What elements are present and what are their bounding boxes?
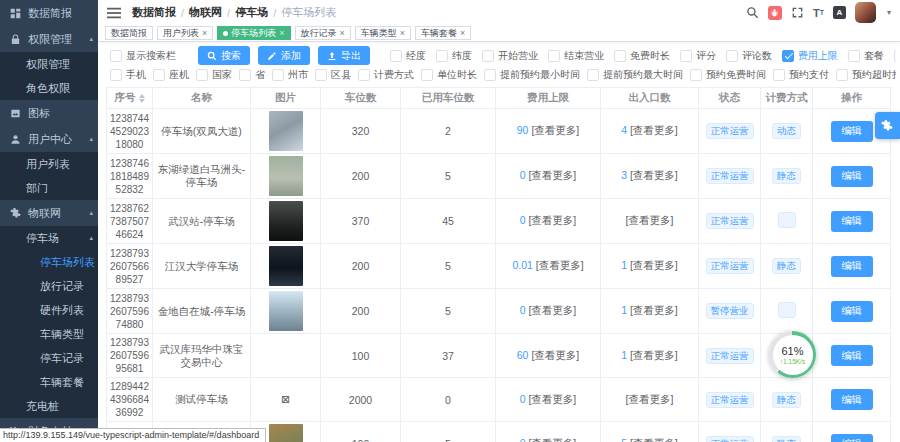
sort-desc-icon[interactable] xyxy=(139,99,145,103)
edit-button[interactable]: 编辑 xyxy=(831,389,873,410)
sidebar-item-用户列表[interactable]: 用户列表 xyxy=(0,152,98,176)
filter-checkbox-区县[interactable]: 区县 xyxy=(315,68,351,82)
filter-checkbox-纬度[interactable]: 纬度 xyxy=(436,49,472,63)
sort-asc-icon[interactable] xyxy=(139,94,145,98)
sidebar-item-物联网[interactable]: 物联网▴ xyxy=(0,200,98,226)
filter-checkbox-开始营业[interactable]: 开始营业 xyxy=(482,49,538,63)
filter-checkbox-提前预约最大时间[interactable]: 提前预约最大时间 xyxy=(587,68,683,82)
breadcrumb-item[interactable]: 数据简报 xyxy=(132,5,176,20)
sidebar-item-图标[interactable]: 图标 xyxy=(0,100,98,126)
view-more-link[interactable]: [查看更多] xyxy=(528,393,576,405)
view-more-link[interactable]: [查看更多] xyxy=(536,259,584,271)
close-icon[interactable]: × xyxy=(279,29,284,38)
column-header-车位数[interactable]: 车位数 xyxy=(321,88,401,109)
edit-button[interactable]: 编辑 xyxy=(831,345,873,366)
edit-button[interactable]: 编辑 xyxy=(831,256,873,277)
column-header-出入口数[interactable]: 出入口数 xyxy=(601,88,699,109)
filter-checkbox-预约免费时间[interactable]: 预约免费时间 xyxy=(690,68,766,82)
filter-checkbox-预约超时扣费[interactable]: 预约超时扣费 xyxy=(836,68,896,82)
size-select-icon[interactable]: TT xyxy=(813,7,824,19)
导出-button[interactable]: 导出 xyxy=(318,46,370,65)
search-icon[interactable] xyxy=(746,6,759,19)
view-more-link[interactable]: [查看更多] xyxy=(528,214,576,226)
fullscreen-icon[interactable] xyxy=(791,6,804,19)
column-header-已用车位数[interactable]: 已用车位数 xyxy=(401,88,496,109)
thumbnail-image[interactable] xyxy=(269,246,303,286)
close-icon[interactable]: × xyxy=(340,29,345,38)
sidebar-item-硬件列表[interactable]: 硬件列表 xyxy=(0,298,98,322)
filter-checkbox-评分[interactable]: 评分 xyxy=(680,49,716,63)
filter-checkbox-州市[interactable]: 州市 xyxy=(272,68,308,82)
view-more-link[interactable]: [查看更多] xyxy=(630,124,678,136)
filter-checkbox-手机[interactable]: 手机 xyxy=(110,68,146,82)
view-more-link[interactable]: [查看更多] xyxy=(528,169,576,181)
filter-checkbox-经度[interactable]: 经度 xyxy=(390,49,426,63)
view-more-link[interactable]: [查看更多] xyxy=(630,437,678,442)
view-more-link[interactable]: [查看更多] xyxy=(626,393,674,405)
thumbnail-image[interactable] xyxy=(269,156,303,196)
filter-checkbox-提前预约最小时间[interactable]: 提前预约最小时间 xyxy=(484,68,580,82)
show-search-bar-checkbox[interactable]: 显示搜索栏 xyxy=(110,49,176,63)
sidebar-item-车辆套餐[interactable]: 车辆套餐 xyxy=(0,370,98,394)
sidebar-item-权限管理[interactable]: 权限管理 xyxy=(0,52,98,76)
view-more-link[interactable]: [查看更多] xyxy=(626,214,674,226)
filter-checkbox-免费时长[interactable]: 免费时长 xyxy=(614,49,670,63)
sidebar-item-角色权限[interactable]: 角色权限 xyxy=(0,76,98,100)
sidebar-item-车辆类型[interactable]: 车辆类型 xyxy=(0,322,98,346)
thumbnail-image[interactable] xyxy=(269,201,303,241)
sidebar-item-数据简报[interactable]: 数据简报 xyxy=(0,0,98,26)
sidebar-item-停车记录[interactable]: 停车记录 xyxy=(0,346,98,370)
error-log-icon[interactable] xyxy=(768,6,782,20)
filter-checkbox-评论数[interactable]: 评论数 xyxy=(726,49,772,63)
column-header-名称[interactable]: 名称 xyxy=(153,88,251,109)
view-more-link[interactable]: [查看更多] xyxy=(630,259,678,271)
搜索-button[interactable]: 搜索 xyxy=(198,46,250,65)
view-more-link[interactable]: [查看更多] xyxy=(630,349,678,361)
filter-checkbox-费用上限[interactable]: 费用上限 xyxy=(782,49,838,63)
breadcrumb-item[interactable]: 物联网 xyxy=(189,5,222,20)
filter-checkbox-预约支付[interactable]: 预约支付 xyxy=(773,68,829,82)
filter-checkbox-地址[interactable]: 地址 xyxy=(894,49,896,63)
view-more-link[interactable]: [查看更多] xyxy=(630,169,678,181)
close-icon[interactable]: × xyxy=(202,29,207,38)
view-more-link[interactable]: [查看更多] xyxy=(528,437,576,442)
close-icon[interactable]: × xyxy=(400,29,405,38)
tab-车辆类型[interactable]: 车辆类型× xyxy=(355,26,411,40)
column-header-计费方式[interactable]: 计费方式 xyxy=(761,88,813,109)
tab-停车场列表[interactable]: 停车场列表× xyxy=(217,26,290,40)
filter-checkbox-省[interactable]: 省 xyxy=(239,68,265,82)
filter-checkbox-计费方式[interactable]: 计费方式 xyxy=(358,68,414,82)
thumbnail-image[interactable] xyxy=(269,424,303,442)
hamburger-icon[interactable] xyxy=(107,7,121,19)
thumbnail-image[interactable] xyxy=(269,111,303,151)
edit-button[interactable]: 编辑 xyxy=(831,166,873,187)
filter-checkbox-国家[interactable]: 国家 xyxy=(196,68,232,82)
sidebar-item-停车场[interactable]: 停车场▴ xyxy=(0,226,98,250)
column-header-图片[interactable]: 图片 xyxy=(251,88,321,109)
column-header-序号[interactable]: 序号 xyxy=(107,88,153,109)
edit-button[interactable]: 编辑 xyxy=(831,121,873,142)
filter-checkbox-座机[interactable]: 座机 xyxy=(153,68,189,82)
tab-车辆套餐[interactable]: 车辆套餐× xyxy=(415,26,471,40)
edit-button[interactable]: 编辑 xyxy=(831,301,873,322)
sidebar-item-权限管理[interactable]: 权限管理▴ xyxy=(0,26,98,52)
tab-放行记录[interactable]: 放行记录× xyxy=(295,26,351,40)
settings-fab[interactable] xyxy=(875,112,900,139)
breadcrumb-item[interactable]: 停车场 xyxy=(235,5,268,20)
caret-down-icon[interactable]: ▾ xyxy=(887,8,891,17)
column-header-操作[interactable]: 操作 xyxy=(813,88,891,109)
lang-select-icon[interactable]: A xyxy=(833,6,846,19)
tab-用户列表[interactable]: 用户列表× xyxy=(157,26,213,40)
sidebar-item-放行记录[interactable]: 放行记录 xyxy=(0,274,98,298)
sidebar-item-部门[interactable]: 部门 xyxy=(0,176,98,200)
view-more-link[interactable]: [查看更多] xyxy=(531,124,579,136)
sidebar-item-充电桩[interactable]: 充电桩 xyxy=(0,394,98,418)
view-more-link[interactable]: [查看更多] xyxy=(528,304,576,316)
view-more-link[interactable]: [查看更多] xyxy=(630,304,678,316)
column-header-状态[interactable]: 状态 xyxy=(699,88,761,109)
thumbnail-image[interactable] xyxy=(269,291,303,331)
filter-checkbox-套餐[interactable]: 套餐 xyxy=(848,49,884,63)
filter-checkbox-结束营业[interactable]: 结束营业 xyxy=(548,49,604,63)
column-header-费用上限[interactable]: 费用上限 xyxy=(496,88,601,109)
view-more-link[interactable]: [查看更多] xyxy=(531,349,579,361)
